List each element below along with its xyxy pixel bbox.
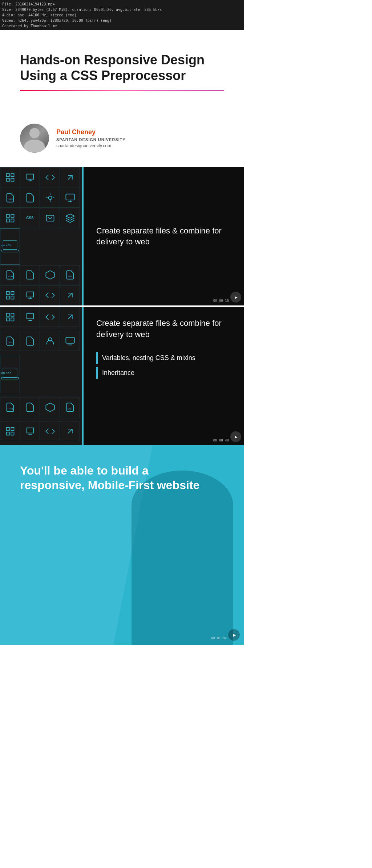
timestamp-2: 00:00:48 <box>213 439 229 442</box>
svg-rect-56 <box>11 427 14 430</box>
bullet-item-2: Inheritance <box>96 367 195 379</box>
icon-cell <box>60 167 80 187</box>
avatar <box>20 124 49 153</box>
svg-rect-17 <box>6 214 9 217</box>
svg-rect-57 <box>6 432 9 435</box>
file-info-line2: Size: 3849079 bytes (3.67 MiB), duration… <box>2 7 242 12</box>
icon-cell <box>0 307 20 327</box>
left-panel-1: JPG CSS </> CSS <box>0 167 84 305</box>
svg-rect-20 <box>11 219 14 222</box>
icon-cell: JPG <box>0 188 20 208</box>
svg-line-43 <box>68 315 72 319</box>
svg-text:</>: </> <box>5 371 11 374</box>
svg-text:HTML: HTML <box>8 275 14 277</box>
videos-section: JPG CSS </> CSS <box>0 167 244 445</box>
svg-marker-27 <box>46 271 54 279</box>
icon-cell <box>40 331 60 351</box>
svg-rect-55 <box>6 427 9 430</box>
svg-text:JPG: JPG <box>8 198 13 200</box>
svg-rect-14 <box>66 194 74 200</box>
author-name: Paul Cheney <box>56 128 126 136</box>
svg-rect-29 <box>6 292 9 295</box>
icon-cell <box>40 307 60 327</box>
icon-cell <box>20 167 40 187</box>
svg-marker-53 <box>46 403 54 411</box>
svg-line-61 <box>68 429 72 433</box>
video-text-2: Create separate files & combine for deli… <box>96 318 231 340</box>
svg-text:EXE: EXE <box>68 275 72 277</box>
svg-rect-39 <box>6 318 9 321</box>
svg-rect-40 <box>11 318 14 321</box>
icon-cell <box>0 208 20 228</box>
icon-cell <box>40 208 60 228</box>
icon-grid-2: JPG </> CSS HTML EXE <box>0 307 80 445</box>
icon-cell <box>40 265 60 285</box>
icon-cell: HTML <box>0 397 20 417</box>
icon-cell <box>0 421 20 441</box>
timestamp-1: 00:00:16 <box>213 299 229 303</box>
svg-rect-37 <box>6 313 9 316</box>
icon-cell <box>60 421 80 441</box>
icon-cell <box>20 331 40 351</box>
svg-rect-2 <box>6 178 9 181</box>
icon-cell <box>20 397 40 417</box>
icon-cell <box>20 421 40 441</box>
video-thumbnail-1[interactable]: JPG CSS </> CSS <box>0 167 244 305</box>
icon-cell: </> CSS <box>0 355 20 393</box>
teal-section: You'll be able to build a responsive, Mo… <box>0 445 244 645</box>
icon-cell <box>20 265 40 285</box>
avatar-image <box>20 124 49 153</box>
svg-rect-4 <box>27 174 33 179</box>
icon-cell <box>40 421 60 441</box>
svg-text:CSS: CSS <box>1 244 5 247</box>
teal-timestamp: 00:01:04 <box>211 636 227 640</box>
icon-cell <box>40 167 60 187</box>
svg-rect-31 <box>6 296 9 299</box>
svg-text:HTML: HTML <box>8 408 14 410</box>
bullet-list: Variables, nesting CSS & mixins Inherita… <box>96 352 195 382</box>
page-title: Hands-on Responsive Design Using a CSS P… <box>20 52 224 83</box>
svg-rect-33 <box>27 292 33 297</box>
title-divider <box>20 90 224 91</box>
icon-cell <box>40 188 60 208</box>
video-thumbnail-2[interactable]: JPG </> CSS HTML EXE <box>0 307 244 445</box>
teal-text-block: You'll be able to build a responsive, Mo… <box>20 463 209 500</box>
author-section: Paul Cheney SPARTAN DESIGN UNIVERSITY sp… <box>0 124 244 153</box>
icon-cell <box>60 331 80 351</box>
video-text-1: Create separate files & combine for deli… <box>96 225 231 248</box>
svg-text:CSS: CSS <box>1 372 5 374</box>
svg-rect-46 <box>66 337 74 343</box>
icon-cell <box>20 188 40 208</box>
icon-cell <box>60 285 80 305</box>
icon-cell: HTML <box>0 265 20 285</box>
left-panel-2: JPG </> CSS HTML EXE <box>0 307 84 445</box>
file-info-line4: Video: h264, yuv420p, 1280x720, 30.00 fp… <box>2 18 242 23</box>
svg-point-9 <box>48 196 52 199</box>
svg-text:JPG: JPG <box>8 341 13 344</box>
svg-rect-32 <box>11 296 14 299</box>
svg-rect-38 <box>11 313 14 316</box>
author-organization: SPARTAN DESIGN UNIVERSITY <box>56 137 126 142</box>
svg-rect-0 <box>6 173 9 176</box>
svg-rect-18 <box>11 214 14 217</box>
svg-rect-30 <box>11 292 14 295</box>
icon-cell <box>60 208 80 228</box>
svg-rect-3 <box>11 178 14 181</box>
svg-text:</>: </> <box>5 243 11 247</box>
teal-headline: You'll be able to build a responsive, Mo… <box>20 463 209 492</box>
icon-cell <box>40 285 60 305</box>
author-info: Paul Cheney SPARTAN DESIGN UNIVERSITY sp… <box>56 128 126 148</box>
svg-line-36 <box>68 293 72 297</box>
icon-cell <box>0 285 20 305</box>
header-section: Hands-on Responsive Design Using a CSS P… <box>0 30 244 124</box>
file-info-line5: Generated by Thumbnail me <box>2 23 242 29</box>
icon-cell <box>40 397 60 417</box>
icon-cell <box>20 307 40 327</box>
file-info-line1: File: 20160314194123.mp4 <box>2 1 242 7</box>
icon-cell: EXE <box>60 265 80 285</box>
icon-cell <box>60 188 80 208</box>
svg-text:EXE: EXE <box>68 408 72 410</box>
svg-rect-59 <box>27 428 33 433</box>
bullet-item-1: Variables, nesting CSS & mixins <box>96 352 195 364</box>
icon-grid-1: JPG CSS </> CSS <box>0 167 80 305</box>
